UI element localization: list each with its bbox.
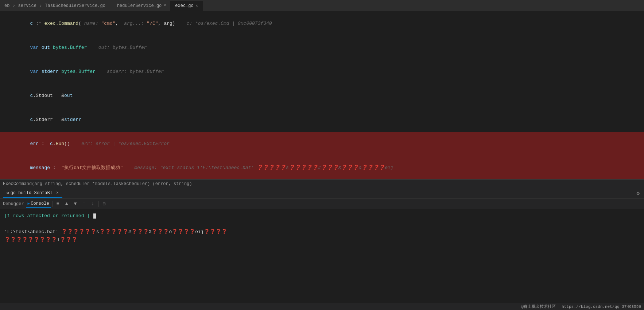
panel-tab-label: go build SentaBI <box>11 191 53 196</box>
toolbar-up-icon[interactable]: ▲ <box>63 200 71 208</box>
code-content-2: var out bytes.Buffer out: bytes.Buffer <box>7 36 644 60</box>
code-line-2: var out bytes.Buffer out: bytes.Buffer <box>0 36 644 60</box>
code-content-5: c.Stderr = &stderr <box>7 108 644 132</box>
tab-bar: eb › service › TaskSchedulerService.go h… <box>0 0 644 12</box>
toolbar-bar: Debugger ▶ Console ≡ ▲ ▼ ↑ ↕ ⊞ <box>0 199 644 209</box>
breadcrumb-part-3: TaskSchedulerService.go <box>45 3 105 8</box>
breadcrumb-sep-1: › <box>12 3 15 8</box>
console-output: [1 rows affected or returned ] 'F:\test\… <box>0 209 644 303</box>
code-line-1: c := exec.Command( name: "cmd", arg...: … <box>0 12 644 36</box>
code-content-7: message := "执行bat文件抽取数据成功" message: "exi… <box>7 156 644 179</box>
watermark-bar: @稀土掘金技术社区 https://blog.csdn.net/qq_37493… <box>0 303 644 310</box>
panel-tab-left: ⚙ go build SentaBI × <box>3 189 62 198</box>
console-line-2 <box>4 220 640 228</box>
panel-tab-close[interactable]: × <box>56 191 59 196</box>
editor-area: c := exec.Command( name: "cmd", arg...: … <box>0 12 644 179</box>
code-line-6: err := c.Run() err: error | *os/exec.Exi… <box>0 132 644 156</box>
tab-exec-label: exec.go <box>175 3 193 8</box>
console-line-1: [1 rows affected or returned ] <box>4 212 640 220</box>
code-line-3: var stderr bytes.Buffer stderr: bytes.Bu… <box>0 60 644 84</box>
console-icon: ▶ <box>28 201 30 206</box>
toolbar-grid-icon[interactable]: ⊞ <box>100 200 108 208</box>
code-content-1: c := exec.Command( name: "cmd", arg...: … <box>7 12 644 36</box>
toolbar-pause-icon[interactable]: ↕ <box>89 200 97 208</box>
watermark-site: @稀土掘金技术社区 <box>521 304 556 309</box>
breadcrumb-part-2: service <box>18 3 36 8</box>
panel-run-icon: ⚙ <box>7 191 9 195</box>
debugger-label: Debugger <box>3 201 24 207</box>
console-line-4: ❓❓❓❓❓❓❓❓❓l❓❓❓ <box>4 236 640 244</box>
breadcrumb-part-1: eb <box>4 3 9 8</box>
console-line-3: 'F:\test\abeec.bat' ❓❓❓❓❓❓ś❓❓❓❓❓#❓❓❓X❓❓❓… <box>4 228 640 236</box>
code-content-4: c.Stdout = &out <box>7 84 644 108</box>
toolbar-divider-2 <box>98 201 99 207</box>
toolbar-divider-1 <box>52 201 53 207</box>
tab-scheduler-service[interactable]: hedulerService.go × <box>113 1 171 11</box>
console-cursor <box>93 213 96 219</box>
console-label: Console <box>31 201 49 206</box>
tab-scheduler-close[interactable]: × <box>164 4 166 8</box>
tab-exec-close[interactable]: × <box>196 4 198 8</box>
breadcrumb-sep-2: › <box>39 3 42 8</box>
debugger-tab[interactable]: Debugger <box>1 201 26 207</box>
tab-scheduler-label: hedulerService.go <box>117 3 162 8</box>
breadcrumb: eb › service › TaskSchedulerService.go <box>3 3 107 8</box>
panel-tab-go-build[interactable]: ⚙ go build SentaBI × <box>3 189 62 198</box>
panel-gear-icon[interactable]: ⚙ <box>635 190 641 196</box>
watermark-url: https://blog.csdn.net/qq_37493556 <box>562 305 641 309</box>
toolbar-list-icon[interactable]: ≡ <box>54 200 62 208</box>
toolbar-down-icon[interactable]: ▼ <box>71 200 79 208</box>
bottom-panel: ⚙ go build SentaBI × ⚙ Debugger ▶ Consol… <box>0 188 644 310</box>
code-line-5: c.Stderr = &stderr <box>0 108 644 132</box>
code-content-3: var stderr bytes.Buffer stderr: bytes.Bu… <box>7 60 644 84</box>
code-line-7: message := "执行bat文件抽取数据成功" message: "exi… <box>0 156 644 179</box>
console-tab[interactable]: ▶ Console <box>26 200 51 208</box>
code-line-4: c.Stdout = &out <box>0 84 644 108</box>
toolbar-arrow-up-icon[interactable]: ↑ <box>80 200 88 208</box>
code-content-6: err := c.Run() err: error | *os/exec.Exi… <box>7 132 644 156</box>
signature-bar: ExecCommand(arg string, scheduler *model… <box>0 179 644 188</box>
panel-tab-bar: ⚙ go build SentaBI × ⚙ <box>0 188 644 199</box>
signature-text: ExecCommand(arg string, scheduler *model… <box>3 181 192 187</box>
tab-exec[interactable]: exec.go × <box>171 1 202 11</box>
